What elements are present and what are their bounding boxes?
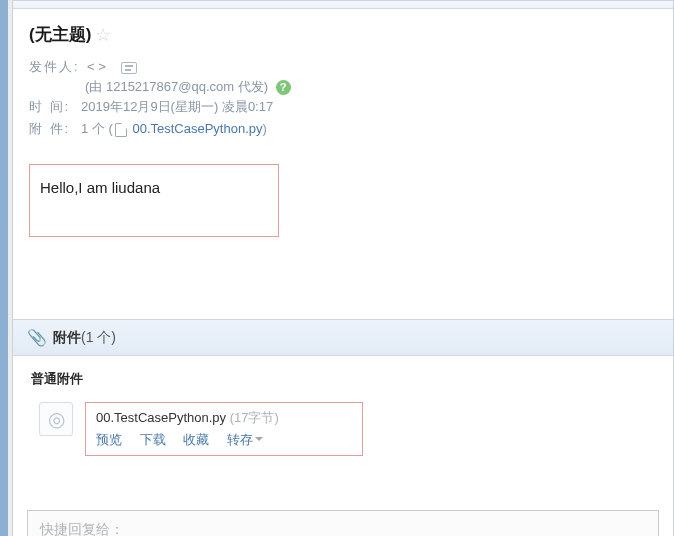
download-link[interactable]: 下载: [140, 432, 166, 447]
quick-reply-placeholder: 快捷回复给：: [40, 521, 124, 536]
proxy-prefix: (由: [85, 79, 106, 94]
attachments-section: 📎 附件 (1 个) 普通附件 ◎ 00.TestCasePython.py (…: [13, 319, 673, 486]
sender-brackets: < >: [87, 59, 106, 74]
preview-link[interactable]: 预览: [96, 432, 122, 447]
time-row: 时 间: 2019年12月9日(星期一) 凌晨0:17: [29, 96, 657, 118]
attach-label: 附 件:: [29, 118, 81, 140]
quick-reply-input[interactable]: 快捷回复给：: [27, 510, 659, 536]
forward-link[interactable]: 转存: [227, 432, 263, 447]
attach-meta-value: 1 个 ( 00.TestCasePython.py): [81, 118, 267, 140]
file-icon: [115, 123, 127, 137]
chevron-down-icon: [255, 437, 263, 445]
attachment-meta-row: 附 件: 1 个 ( 00.TestCasePython.py): [29, 118, 657, 140]
email-header: (无主题) ☆ 发件人: < > (由 1215217867@qq.com 代发…: [13, 9, 673, 152]
attachment-filename: 00.TestCasePython.py: [96, 410, 226, 425]
sender-row: 发件人: < >: [29, 56, 657, 78]
subject-text: (无主题): [29, 23, 91, 46]
attachment-item: ◎ 00.TestCasePython.py (17字节) 预览 下载 收藏 转…: [31, 396, 371, 462]
attach-file-jump-link[interactable]: 00.TestCasePython.py: [132, 121, 262, 136]
proxy-suffix: 代发): [234, 79, 268, 94]
attachment-thumbnail-icon[interactable]: ◎: [39, 402, 73, 436]
star-icon[interactable]: ☆: [95, 24, 111, 46]
attachment-actions: 预览 下载 收藏 转存: [96, 431, 332, 449]
sender-label: 发件人:: [29, 56, 81, 78]
email-body-area: Hello,I am liudana: [13, 152, 673, 249]
attachment-details: 00.TestCasePython.py (17字节) 预览 下载 收藏 转存: [85, 402, 363, 456]
subject-row: (无主题) ☆: [29, 23, 657, 46]
attachments-count: (1 个): [81, 329, 116, 347]
normal-attachments-label: 普通附件: [31, 370, 655, 388]
help-icon[interactable]: ?: [276, 80, 291, 95]
email-view-panel: (无主题) ☆ 发件人: < > (由 1215217867@qq.com 代发…: [12, 0, 674, 536]
favorite-link[interactable]: 收藏: [183, 432, 209, 447]
attachment-title-row: 00.TestCasePython.py (17字节): [96, 409, 332, 427]
attach-count: 1 个: [81, 121, 105, 136]
attachments-title: 附件: [53, 329, 81, 347]
email-body-content: Hello,I am liudana: [29, 164, 279, 237]
sender-value: < >: [81, 56, 137, 78]
left-accent-border: [0, 0, 8, 536]
proxy-sender-row: (由 1215217867@qq.com 代发) ?: [85, 78, 657, 96]
proxy-email: 1215217867@qq.com: [106, 79, 234, 94]
paperclip-icon: 📎: [27, 328, 47, 347]
attachments-header: 📎 附件 (1 个): [13, 320, 673, 356]
toolbar-strip: [13, 1, 673, 9]
time-label: 时 间:: [29, 96, 81, 118]
attachments-body: 普通附件 ◎ 00.TestCasePython.py (17字节) 预览 下载…: [13, 356, 673, 486]
time-value: 2019年12月9日(星期一) 凌晨0:17: [81, 96, 273, 118]
attachment-filesize: (17字节): [230, 410, 279, 425]
contact-card-icon[interactable]: [121, 62, 137, 74]
